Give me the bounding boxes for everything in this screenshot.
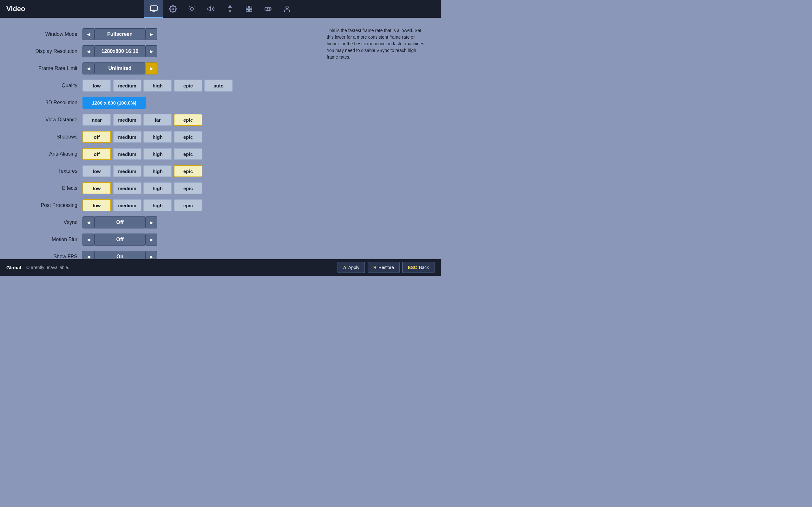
vsync-prev-button[interactable]: ◀ — [83, 216, 95, 228]
textures-row: Textures low medium high epic — [13, 164, 320, 178]
status-text: Currently unavailable. — [26, 265, 69, 270]
post-processing-btn-high[interactable]: high — [143, 199, 172, 211]
show-fps-value: On — [95, 250, 145, 259]
textures-btn-low[interactable]: low — [83, 165, 111, 177]
svg-rect-15 — [246, 6, 248, 8]
post-processing-btn-medium[interactable]: medium — [113, 199, 142, 211]
nav-tab-video[interactable] — [144, 0, 163, 18]
shadows-btn-epic[interactable]: epic — [174, 131, 202, 143]
svg-rect-18 — [250, 9, 252, 12]
anti-aliasing-btn-off[interactable]: off — [83, 148, 111, 160]
resolution-3d-row: 3D Resolution 1280 x 800 (100.0%) — [13, 96, 320, 110]
effects-btn-low[interactable]: low — [83, 182, 111, 194]
view-distance-btn-near[interactable]: near — [83, 114, 111, 126]
view-distance-buttons: near medium far epic — [83, 114, 202, 126]
textures-btn-epic[interactable]: epic — [174, 165, 202, 177]
effects-label: Effects — [13, 185, 83, 191]
anti-aliasing-row: Anti-Aliasing off medium high epic — [13, 147, 320, 161]
nav-tab-audio[interactable] — [201, 0, 220, 18]
nav-tab-settings[interactable] — [163, 0, 183, 18]
svg-line-7 — [189, 6, 190, 7]
quality-btn-medium[interactable]: medium — [113, 79, 142, 92]
apply-button[interactable]: A Apply — [338, 262, 365, 273]
bottom-actions: A Apply R Restore ESC Back — [338, 262, 435, 273]
nav-tab-accessibility[interactable] — [220, 0, 240, 18]
apply-label: Apply — [348, 265, 359, 270]
quality-buttons: low medium high epic auto — [83, 79, 233, 92]
top-nav: Video — [0, 0, 441, 18]
restore-button[interactable]: R Restore — [368, 262, 400, 273]
textures-buttons: low medium high epic — [83, 165, 202, 177]
svg-point-4 — [190, 7, 194, 10]
vsync-control: ◀ Off ▶ — [83, 216, 157, 228]
motion-blur-prev-button[interactable]: ◀ — [83, 233, 95, 245]
post-processing-btn-low[interactable]: low — [83, 199, 111, 211]
frame-rate-limit-next-button[interactable]: ▶ — [145, 62, 157, 74]
display-resolution-label: Display Resolution — [13, 49, 83, 54]
nav-tab-hud[interactable] — [240, 0, 258, 18]
view-distance-btn-epic[interactable]: epic — [174, 114, 202, 126]
svg-rect-0 — [150, 6, 157, 10]
quality-btn-low[interactable]: low — [83, 79, 111, 92]
anti-aliasing-buttons: off medium high epic — [83, 148, 202, 160]
post-processing-btn-epic[interactable]: epic — [174, 199, 202, 211]
effects-btn-epic[interactable]: epic — [174, 182, 202, 194]
window-mode-next-button[interactable]: ▶ — [145, 28, 157, 40]
vsync-next-button[interactable]: ▶ — [145, 216, 157, 228]
show-fps-row: Show FPS ◀ On ▶ — [13, 250, 320, 259]
svg-point-14 — [229, 6, 231, 7]
window-mode-row: Window Mode ◀ Fullscreen ▶ — [13, 27, 320, 41]
main-content: Window Mode ◀ Fullscreen ▶ Display Resol… — [0, 18, 441, 259]
info-text: This is the fastest frame rate that is a… — [327, 27, 428, 60]
nav-tab-brightness[interactable] — [183, 0, 201, 18]
display-resolution-next-button[interactable]: ▶ — [145, 45, 157, 57]
effects-btn-high[interactable]: high — [143, 182, 172, 194]
frame-rate-limit-label: Frame Rate Limit — [13, 66, 83, 71]
nav-tab-account[interactable] — [277, 0, 297, 18]
view-distance-btn-far[interactable]: far — [143, 114, 172, 126]
svg-line-11 — [189, 11, 190, 11]
apply-key: A — [343, 265, 346, 270]
quality-btn-epic[interactable]: epic — [174, 79, 202, 92]
textures-btn-medium[interactable]: medium — [113, 165, 142, 177]
textures-btn-high[interactable]: high — [143, 165, 172, 177]
window-mode-label: Window Mode — [13, 32, 83, 37]
frame-rate-limit-prev-button[interactable]: ◀ — [83, 62, 95, 74]
shadows-btn-medium[interactable]: medium — [113, 131, 142, 143]
anti-aliasing-btn-high[interactable]: high — [143, 148, 172, 160]
post-processing-label: Post Processing — [13, 203, 83, 208]
quality-btn-high[interactable]: high — [143, 79, 172, 92]
show-fps-next-button[interactable]: ▶ — [145, 250, 157, 259]
anti-aliasing-label: Anti-Aliasing — [13, 151, 83, 157]
shadows-row: Shadows off medium high epic — [13, 130, 320, 144]
info-panel: This is the fastest frame rate that is a… — [320, 27, 428, 250]
effects-buttons: low medium high epic — [83, 182, 202, 194]
motion-blur-row: Motion Blur ◀ Off ▶ — [13, 233, 320, 246]
show-fps-prev-button[interactable]: ◀ — [83, 250, 95, 259]
page-title: Video — [0, 5, 26, 13]
effects-btn-medium[interactable]: medium — [113, 182, 142, 194]
quality-btn-auto[interactable]: auto — [204, 79, 233, 92]
frame-rate-limit-row: Frame Rate Limit ◀ Unlimited ▶ — [13, 61, 320, 75]
back-button[interactable]: ESC Back — [402, 262, 435, 273]
shadows-buttons: off medium high epic — [83, 131, 202, 143]
view-distance-label: View Distance — [13, 117, 83, 123]
motion-blur-label: Motion Blur — [13, 237, 83, 242]
anti-aliasing-btn-medium[interactable]: medium — [113, 148, 142, 160]
svg-point-24 — [286, 6, 288, 9]
svg-rect-16 — [250, 6, 252, 8]
display-resolution-prev-button[interactable]: ◀ — [83, 45, 95, 57]
shadows-btn-off[interactable]: off — [83, 131, 111, 143]
resolution-3d-value[interactable]: 1280 x 800 (100.0%) — [83, 97, 146, 109]
svg-line-8 — [194, 11, 194, 11]
view-distance-btn-medium[interactable]: medium — [113, 114, 142, 126]
motion-blur-next-button[interactable]: ▶ — [145, 233, 157, 245]
motion-blur-value: Off — [95, 233, 145, 245]
nav-tab-controller[interactable] — [258, 0, 277, 18]
anti-aliasing-btn-epic[interactable]: epic — [174, 148, 202, 160]
nav-tabs — [144, 0, 297, 18]
window-mode-prev-button[interactable]: ◀ — [83, 28, 95, 40]
shadows-btn-high[interactable]: high — [143, 131, 172, 143]
quality-label: Quality — [13, 83, 83, 89]
resolution-3d-label: 3D Resolution — [13, 100, 83, 106]
